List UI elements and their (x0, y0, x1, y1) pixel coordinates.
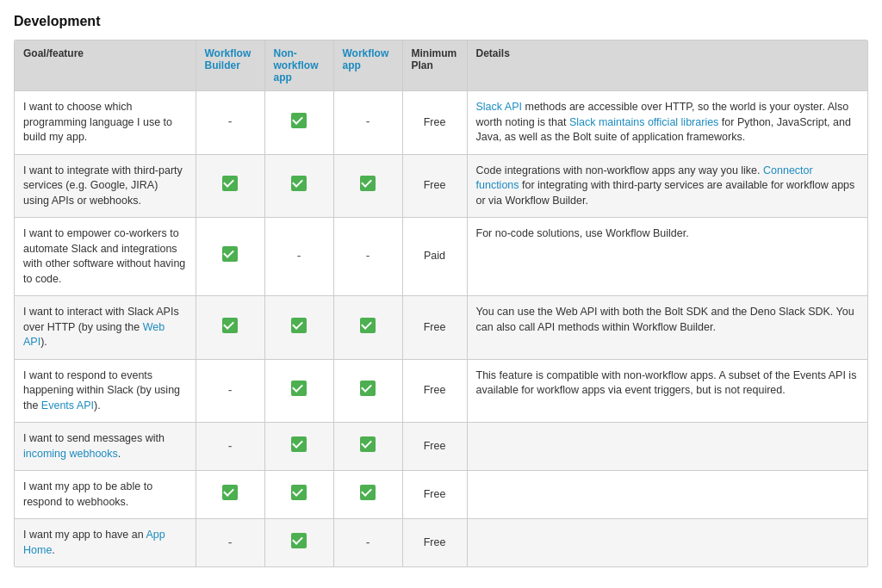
check-cell (196, 296, 264, 360)
check-cell (264, 359, 333, 423)
dash-cell: - (196, 519, 264, 567)
check-icon (291, 436, 307, 452)
details-cell (467, 423, 867, 471)
table-header: Goal/feature Workflow Builder Non-workfl… (15, 40, 867, 91)
table-row: I want to send messages with incoming we… (15, 423, 867, 471)
check-icon (291, 176, 307, 191)
table-row: I want to respond to events happening wi… (15, 359, 867, 423)
min-plan-cell: Free (402, 359, 467, 423)
check-icon (222, 176, 238, 191)
check-cell (196, 471, 264, 519)
dash-cell: - (196, 91, 264, 155)
col-non-workflow-app: Non-workflow app (264, 40, 333, 91)
dash-icon: - (297, 249, 301, 263)
min-plan-cell: Paid (402, 218, 467, 296)
check-icon (360, 176, 376, 191)
check-cell (333, 471, 402, 519)
goal-cell: I want to choose which programming langu… (15, 91, 196, 155)
events-api-link[interactable]: Events API (41, 399, 94, 412)
dash-cell: - (333, 91, 402, 155)
col-details: Details (467, 40, 867, 91)
app-home-link[interactable]: App Home (23, 529, 165, 556)
check-cell (264, 471, 333, 519)
details-cell: This feature is compatible with non-work… (467, 359, 867, 423)
check-cell (333, 359, 402, 423)
table-row: I want my app to be able to respond to w… (15, 471, 867, 519)
dash-icon: - (366, 249, 370, 263)
check-cell (264, 423, 333, 471)
goal-cell: I want to respond to events happening wi… (15, 359, 196, 423)
check-icon (360, 381, 376, 396)
col-workflow-builder: Workflow Builder (196, 40, 264, 91)
details-link[interactable]: Slack API (476, 101, 523, 113)
dash-icon: - (366, 535, 370, 549)
col-goal: Goal/feature (15, 40, 196, 91)
min-plan-cell: Free (402, 471, 467, 519)
check-cell (196, 154, 264, 218)
dash-icon: - (228, 535, 233, 549)
min-plan-cell: Free (402, 154, 467, 218)
table-row: I want to empower co-workers to automate… (15, 218, 867, 296)
web-api-link[interactable]: Web API (23, 321, 165, 349)
col-minimum-plan: Minimum Plan (402, 40, 467, 91)
table-row: I want to interact with Slack APIs over … (15, 296, 867, 360)
dash-cell: - (196, 423, 264, 471)
details-link[interactable]: Connector functions (476, 164, 813, 192)
goal-cell: I want to send messages with incoming we… (15, 423, 196, 471)
goal-cell: I want my app to have an App Home. (15, 519, 196, 567)
details-cell (467, 519, 867, 567)
min-plan-cell: Free (402, 519, 467, 567)
goal-cell: I want to empower co-workers to automate… (15, 218, 196, 296)
dash-cell: - (196, 359, 264, 423)
dash-icon: - (228, 439, 233, 453)
check-cell (264, 296, 333, 360)
min-plan-cell: Free (402, 296, 467, 360)
check-cell (333, 154, 402, 218)
incoming-webhooks-link[interactable]: incoming webhooks (23, 448, 118, 460)
dash-cell: - (333, 519, 402, 567)
check-cell (333, 423, 402, 471)
details-cell: You can use the Web API with both the Bo… (467, 296, 867, 360)
details-cell: Code integrations with non-workflow apps… (467, 154, 867, 218)
details-cell: Slack API methods are accessible over HT… (467, 91, 867, 155)
col-workflow-app: Workflow app (333, 40, 402, 91)
dash-icon: - (228, 115, 233, 128)
check-icon (291, 318, 307, 333)
check-icon (222, 246, 238, 262)
check-icon (222, 485, 238, 500)
details-cell: For no-code solutions, use Workflow Buil… (467, 218, 867, 296)
check-icon (360, 485, 376, 500)
dash-icon: - (228, 383, 233, 397)
check-icon (222, 318, 238, 333)
check-icon (360, 318, 376, 333)
check-icon (291, 485, 307, 500)
goal-cell: I want my app to be able to respond to w… (15, 471, 196, 519)
details-cell (467, 471, 867, 519)
check-icon (360, 436, 376, 452)
check-icon (291, 113, 307, 128)
table-row: I want my app to have an App Home.--Free (15, 519, 867, 567)
details-link[interactable]: Slack maintains official libraries (569, 116, 718, 128)
table-row: I want to integrate with third-party ser… (15, 154, 867, 218)
dash-cell: - (264, 218, 333, 296)
goal-cell: I want to interact with Slack APIs over … (15, 296, 196, 360)
development-table: Goal/feature Workflow Builder Non-workfl… (14, 40, 868, 567)
check-cell (264, 91, 333, 155)
check-cell (264, 519, 333, 567)
check-icon (291, 533, 307, 548)
min-plan-cell: Free (402, 91, 467, 155)
dash-icon: - (366, 115, 370, 128)
table-row: I want to choose which programming langu… (15, 91, 867, 155)
dash-cell: - (333, 218, 402, 296)
check-icon (291, 381, 307, 396)
check-cell (264, 154, 333, 218)
min-plan-cell: Free (402, 423, 467, 471)
goal-cell: I want to integrate with third-party ser… (15, 154, 196, 218)
check-cell (333, 296, 402, 360)
page-title: Development (14, 14, 868, 29)
check-cell (196, 218, 264, 296)
